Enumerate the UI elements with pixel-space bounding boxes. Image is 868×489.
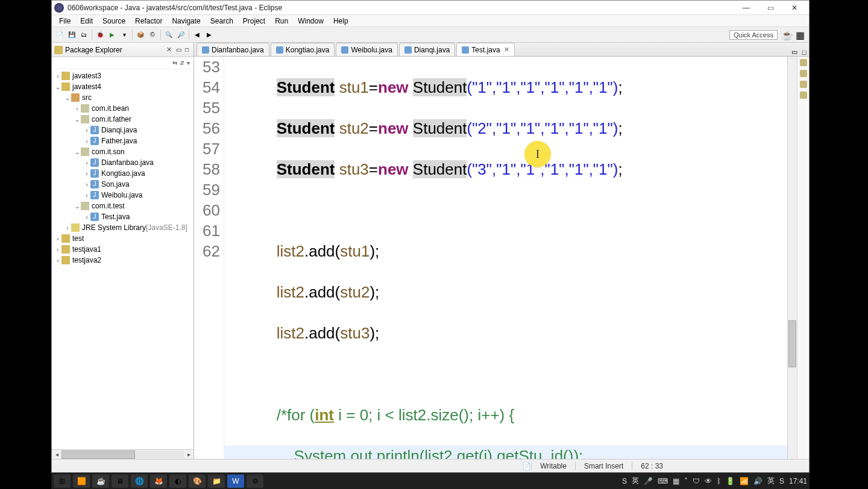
window-titlebar[interactable]: 0606workspace - Java - javatest4/src/com… — [52, 1, 809, 15]
link-editor-button[interactable]: ⇵ — [180, 60, 184, 66]
vscroll-thumb[interactable] — [788, 320, 796, 367]
project-javatest4[interactable]: javatest4 — [72, 83, 101, 91]
package-explorer-hscroll[interactable]: ◂ ▸ — [52, 449, 193, 459]
code-content[interactable]: Student stu1=new Student("1","1","1","1"… — [224, 57, 787, 459]
menu-window[interactable]: Window — [293, 17, 329, 25]
project-test[interactable]: test — [72, 234, 84, 243]
menu-refactor[interactable]: Refactor — [130, 17, 167, 25]
tray-keyboard-icon[interactable]: ⌨ — [658, 477, 668, 485]
folder-src[interactable]: src — [82, 93, 92, 102]
jre-library[interactable]: JRE System Library — [82, 223, 146, 232]
maximize-button[interactable]: ▭ — [758, 1, 782, 15]
package-tree[interactable]: ›javatest3 ⌄javatest4 ⌄src ›com.it.bean … — [52, 69, 193, 449]
new-class-button[interactable]: © — [147, 30, 158, 40]
minimize-button[interactable]: — — [734, 1, 758, 15]
menu-source[interactable]: Source — [98, 17, 130, 25]
task-app-3[interactable]: 🖥 — [112, 475, 128, 488]
task-explorer[interactable]: 📁 — [208, 475, 225, 488]
file-dianfanbao[interactable]: Dianfanbao.java — [101, 158, 154, 167]
package-father[interactable]: com.it.father — [92, 115, 131, 123]
file-dianqi[interactable]: Dianqi.java — [101, 126, 137, 134]
outline-icon[interactable] — [800, 81, 807, 88]
tray-lang[interactable]: 英 — [767, 476, 775, 486]
tray-ime-s-icon[interactable]: S — [779, 477, 784, 485]
system-tray[interactable]: S 英 🎤 ⌨ ▦ ˄ 🛡 👁 ᛒ 🔋 📶 🔊 英 S 17:41 — [622, 476, 807, 486]
tab-dianfanbao[interactable]: Dianfanbao.java — [197, 43, 269, 56]
editor-vscroll[interactable] — [787, 57, 797, 459]
tray-battery-icon[interactable]: 🔋 — [726, 477, 735, 485]
tab-dianqi[interactable]: Dianqi.java — [399, 43, 455, 56]
tray-grid-icon[interactable]: ▦ — [673, 477, 679, 485]
file-kongtiao[interactable]: Kongtiao.java — [101, 169, 145, 178]
close-view-button[interactable]: ✕ — [164, 46, 174, 54]
menu-search[interactable]: Search — [206, 17, 238, 25]
run-config-button[interactable]: ▾ — [119, 30, 130, 40]
project-javatest3[interactable]: javatest3 — [72, 72, 101, 80]
task-chrome[interactable]: 🌐 — [131, 475, 148, 488]
tray-clock[interactable]: 17:41 — [789, 477, 807, 485]
file-son[interactable]: Son.java — [101, 180, 130, 188]
run-button[interactable]: ▶ — [107, 30, 118, 40]
save-button[interactable]: 💾 — [66, 30, 77, 40]
package-son[interactable]: com.it.son — [92, 148, 125, 156]
maximize-view-button[interactable]: □ — [183, 46, 191, 53]
menu-edit[interactable]: Edit — [75, 17, 98, 25]
package-explorer-tab[interactable]: Package Explorer ✕ ▭ □ — [52, 43, 193, 57]
new-package-button[interactable]: 📦 — [135, 30, 146, 40]
tray-volume-icon[interactable]: 🔊 — [753, 477, 763, 485]
task-firefox[interactable]: 🦊 — [150, 475, 167, 488]
project-testjava2[interactable]: testjava2 — [72, 256, 101, 264]
editor-maximize-button[interactable]: □ — [799, 49, 809, 56]
scroll-right-button[interactable]: ▸ — [184, 451, 193, 458]
save-all-button[interactable]: 🗂 — [78, 30, 89, 40]
package-test[interactable]: com.it.test — [92, 202, 125, 210]
close-button[interactable]: ✕ — [782, 1, 807, 15]
task-app-5[interactable]: 🎨 — [189, 475, 206, 488]
tray-ime[interactable]: 英 — [632, 476, 639, 486]
package-bean[interactable]: com.it.bean — [92, 104, 129, 113]
scroll-left-button[interactable]: ◂ — [52, 451, 61, 458]
tray-gpu-icon[interactable]: 👁 — [705, 477, 712, 485]
search-button[interactable]: 🔎 — [175, 30, 186, 40]
menu-project[interactable]: Project — [238, 17, 270, 25]
close-tab-button[interactable]: ✕ — [504, 46, 509, 54]
java-perspective-button[interactable]: ☕ — [781, 30, 792, 40]
file-test[interactable]: Test.java — [101, 213, 130, 221]
tray-chevron-icon[interactable]: ˄ — [684, 477, 688, 485]
tray-bluetooth-icon[interactable]: ᛒ — [717, 477, 721, 485]
menu-navigate[interactable]: Navigate — [167, 17, 205, 25]
new-button[interactable]: 📄 — [54, 30, 65, 40]
tab-kongtiao[interactable]: Kongtiao.java — [271, 43, 335, 56]
minimize-view-button[interactable]: ▭ — [174, 46, 183, 53]
task-app-4[interactable]: ◐ — [169, 475, 186, 488]
menu-file[interactable]: File — [54, 17, 75, 25]
tray-mic-icon[interactable]: 🎤 — [644, 477, 653, 485]
tray-ime-icon[interactable]: S — [622, 477, 627, 485]
windows-taskbar[interactable]: ⊞ 🟧 ☕ 🖥 🌐 🦊 ◐ 🎨 📁 W ⚙ S 英 🎤 ⌨ ▦ ˄ 🛡 👁 ᛒ … — [51, 473, 810, 489]
task-eclipse[interactable]: ⚙ — [247, 475, 263, 488]
file-father[interactable]: Father.java — [101, 137, 137, 145]
project-testjava1[interactable]: testjava1 — [72, 245, 101, 254]
outline-icon[interactable] — [800, 70, 807, 77]
editor-minimize-button[interactable]: ▭ — [790, 48, 799, 56]
tray-shield-icon[interactable]: 🛡 — [693, 477, 700, 485]
back-button[interactable]: ◀ — [192, 30, 203, 40]
hscroll-thumb[interactable] — [61, 450, 135, 459]
view-menu-button[interactable]: ▾ — [187, 60, 190, 66]
task-app-1[interactable]: 🟧 — [73, 475, 90, 488]
code-editor[interactable]: 53 54 55 56 57 58 59 60 61 62 Studen — [194, 57, 797, 459]
tray-wifi-icon[interactable]: 📶 — [740, 477, 749, 485]
open-perspective-button[interactable]: ▦ — [796, 30, 807, 40]
tab-test[interactable]: Test.java✕ — [456, 43, 514, 56]
forward-button[interactable]: ▶ — [204, 30, 215, 40]
menu-help[interactable]: Help — [329, 17, 353, 25]
debug-button[interactable]: 🐞 — [95, 30, 105, 40]
outline-icon[interactable] — [800, 59, 807, 66]
tab-weibolu[interactable]: Weibolu.java — [336, 43, 397, 56]
collapse-all-button[interactable]: ⇆ — [172, 60, 177, 66]
file-weibolu[interactable]: Weibolu.java — [101, 191, 142, 199]
outline-icon[interactable] — [800, 92, 807, 99]
quick-access-input[interactable]: Quick Access — [729, 30, 778, 40]
menu-run[interactable]: Run — [270, 17, 293, 25]
task-app-2[interactable]: ☕ — [92, 475, 109, 488]
